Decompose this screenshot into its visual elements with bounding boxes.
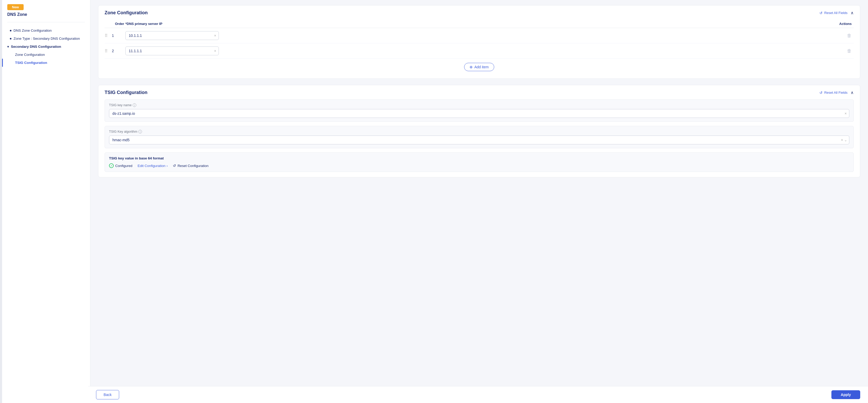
tsig-collapse-button[interactable]: ∧ [850, 90, 854, 95]
sidebar-item-label: Zone Type : Secondary DNS Configuration [13, 37, 80, 40]
row-order-2: ⠿ 2 [104, 49, 125, 54]
info-icon[interactable]: i [138, 130, 142, 133]
sidebar: New DNS Zone DNS Zone Configuration Zone… [2, 0, 90, 403]
add-icon: ⊕ [470, 65, 473, 69]
add-item-row: ⊕ Add item [104, 59, 854, 73]
sidebar-item-zone-type-secondary[interactable]: Zone Type : Secondary DNS Configuration [2, 34, 90, 42]
sidebar-item-secondary-dns-config[interactable]: ▾ Secondary DNS Configuration [2, 42, 90, 51]
sidebar-item-label: Zone Configuration [15, 53, 45, 57]
tsig-key-value-title: TSIG key value in base 64 format [109, 156, 849, 160]
sidebar-item-dns-zone-config[interactable]: DNS Zone Configuration [2, 27, 90, 34]
add-item-label: Add item [474, 65, 489, 69]
table-row: ⠿ 1 × 🗑 [104, 28, 854, 43]
edit-config-label: Edit Configuration [137, 164, 165, 168]
main-content: Zone Configuration ↺ Reset All Fields ∧ … [90, 0, 868, 403]
sidebar-item-tsig-configuration[interactable]: TSIG Configuration [2, 59, 90, 67]
dns-input-wrap-1: × [125, 31, 219, 40]
sidebar-nav: DNS Zone Configuration Zone Type : Secon… [2, 22, 90, 71]
reset-icon: ↺ [819, 11, 823, 15]
info-icon[interactable]: i [133, 103, 136, 107]
edit-configuration-button[interactable]: Edit Configuration › [137, 164, 168, 168]
nav-dot-icon [10, 30, 11, 31]
tsig-form: TSIG key name i × TSIG Key algorithm i [98, 99, 860, 177]
reset-configuration-button[interactable]: ↺ Reset Configuration [173, 163, 209, 168]
tsig-key-name-clear-button[interactable]: × [845, 112, 847, 116]
sidebar-item-label: TSIG Configuration [15, 61, 47, 65]
sidebar-item-label: Secondary DNS Configuration [11, 45, 61, 49]
tsig-key-algorithm-group: TSIG Key algorithm i × ⌄ [104, 126, 854, 148]
zone-configuration-title: Zone Configuration [104, 10, 148, 16]
configured-label: Configured [115, 164, 132, 168]
delete-row-button-2[interactable]: 🗑 [845, 47, 854, 55]
tsig-key-name-group: TSIG key name i × [104, 99, 854, 122]
new-badge: New [7, 4, 24, 10]
tsig-reset-all-label: Reset All Fields [824, 91, 847, 95]
tsig-key-actions: ✓ Configured Edit Configuration › ↺ Rese… [109, 163, 849, 168]
row-order-number: 1 [112, 33, 114, 38]
dns-input-wrap-2: × [125, 46, 219, 55]
table-header: Order *DNS primary server IP Actions [104, 20, 854, 28]
row-order-number: 2 [112, 49, 114, 53]
nav-dot-icon [10, 38, 11, 39]
zone-collapse-button[interactable]: ∧ [850, 10, 854, 15]
drag-handle-icon[interactable]: ⠿ [104, 49, 108, 54]
delete-row-button-1[interactable]: 🗑 [845, 32, 854, 39]
tsig-configuration-title: TSIG Configuration [104, 90, 148, 95]
tsig-key-algorithm-input[interactable] [109, 135, 849, 144]
dns-ip-clear-button-2[interactable]: × [214, 49, 216, 53]
col-actions-header: Actions [839, 22, 854, 26]
add-item-button[interactable]: ⊕ Add item [464, 63, 494, 71]
dns-ip-clear-button-1[interactable]: × [214, 33, 216, 38]
tsig-key-algorithm-select-wrap: × ⌄ [109, 135, 849, 144]
drag-handle-icon[interactable]: ⠿ [104, 33, 108, 38]
configured-badge: ✓ Configured [109, 163, 132, 168]
dns-ip-input-2[interactable] [125, 46, 219, 55]
tsig-reset-all-button[interactable]: ↺ Reset All Fields [819, 91, 847, 95]
zone-table-wrap: Order *DNS primary server IP Actions ⠿ 1… [98, 20, 860, 79]
trash-icon: 🗑 [847, 48, 851, 54]
sidebar-item-zone-configuration[interactable]: Zone Configuration [2, 51, 90, 59]
chevron-right-icon: › [166, 164, 168, 168]
sidebar-item-label: DNS Zone Configuration [13, 29, 52, 32]
left-edge [0, 0, 2, 403]
table-row: ⠿ 2 × 🗑 [104, 43, 854, 59]
tsig-configuration-card: TSIG Configuration ↺ Reset All Fields ∧ … [98, 85, 860, 177]
dns-ip-input-1[interactable] [125, 31, 219, 40]
reset-icon: ↺ [819, 91, 823, 95]
apply-button[interactable]: Apply [831, 390, 860, 399]
back-button[interactable]: Back [96, 390, 119, 399]
tsig-key-name-input-wrap: × [109, 109, 849, 118]
tsig-key-name-input[interactable] [109, 109, 849, 118]
zone-configuration-header: Zone Configuration ↺ Reset All Fields ∧ [98, 5, 860, 20]
zone-configuration-card: Zone Configuration ↺ Reset All Fields ∧ … [98, 5, 860, 79]
chevron-down-icon: ▾ [7, 45, 9, 49]
chevron-down-icon: ⌄ [844, 138, 847, 142]
tsig-key-algorithm-label: TSIG Key algorithm i [109, 130, 849, 133]
sidebar-header: New DNS Zone [2, 0, 90, 22]
sidebar-title: DNS Zone [7, 12, 85, 17]
zone-reset-all-label: Reset All Fields [824, 11, 847, 15]
tsig-key-value-box: TSIG key value in base 64 format ✓ Confi… [104, 152, 854, 172]
reset-config-icon: ↺ [173, 163, 176, 168]
bottom-bar: Back Apply [88, 386, 868, 403]
reset-config-label: Reset Configuration [178, 164, 209, 168]
col-dns-header: *DNS primary server IP [125, 22, 839, 26]
select-actions: × ⌄ [841, 138, 847, 142]
check-circle-icon: ✓ [109, 163, 114, 168]
tsig-algorithm-clear-button[interactable]: × [841, 138, 843, 142]
trash-icon: 🗑 [847, 33, 851, 38]
col-order-header: Order [104, 22, 125, 26]
zone-reset-all-button[interactable]: ↺ Reset All Fields [819, 11, 847, 15]
tsig-configuration-header: TSIG Configuration ↺ Reset All Fields ∧ [98, 85, 860, 99]
tsig-key-name-label: TSIG key name i [109, 103, 849, 107]
row-order-1: ⠿ 1 [104, 33, 125, 38]
